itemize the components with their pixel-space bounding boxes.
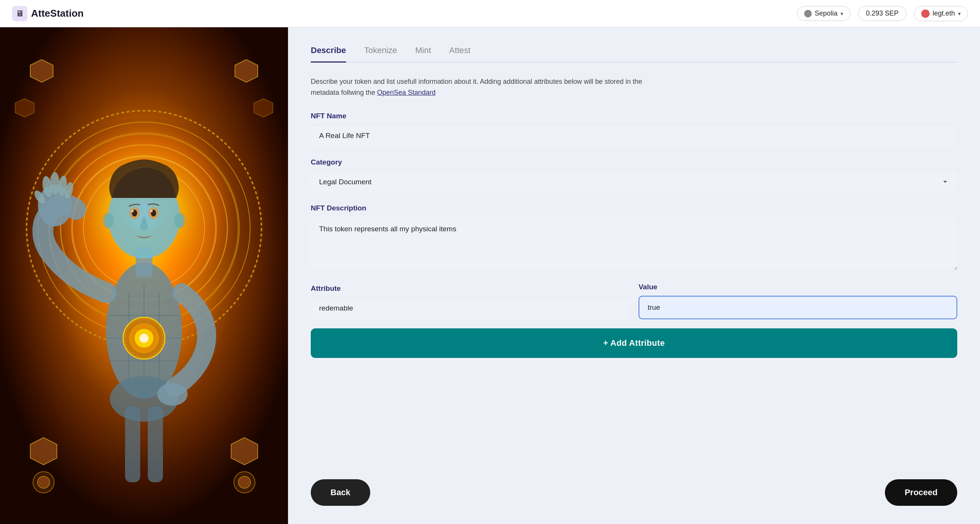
tab-mint[interactable]: Mint <box>415 46 431 62</box>
wallet-selector[interactable]: legt.eth ▾ <box>914 6 968 21</box>
category-label: Category <box>311 158 957 166</box>
network-chevron: ▾ <box>840 11 843 17</box>
svg-point-37 <box>50 172 59 195</box>
proceed-button[interactable]: Proceed <box>885 479 957 506</box>
attribute-label: Attribute <box>311 284 630 293</box>
balance-display: 0.293 SEP <box>858 6 907 21</box>
nft-name-group: NFT Name <box>311 112 957 147</box>
nft-name-input[interactable] <box>311 125 957 147</box>
svg-rect-33 <box>125 406 140 482</box>
nft-image-panel <box>0 27 288 524</box>
value-input[interactable] <box>638 296 957 319</box>
back-button[interactable]: Back <box>311 479 370 506</box>
nft-artwork <box>0 27 288 524</box>
value-label: Value <box>638 283 957 291</box>
wallet-label: legt.eth <box>932 10 955 18</box>
svg-point-17 <box>38 476 49 488</box>
wallet-chevron: ▾ <box>958 11 961 17</box>
svg-point-50 <box>103 213 114 228</box>
nft-description-label: NFT Description <box>311 204 957 212</box>
nft-name-label: NFT Name <box>311 112 957 120</box>
nft-svg <box>0 27 288 524</box>
svg-point-51 <box>174 213 185 228</box>
nft-description-textarea[interactable]: This token represents all my physical it… <box>311 217 957 270</box>
main-content: Describe Tokenize Mint Attest Describe y… <box>0 27 980 524</box>
form-panel: Describe Tokenize Mint Attest Describe y… <box>288 27 980 524</box>
tab-bar: Describe Tokenize Mint Attest <box>311 46 957 62</box>
attribute-group: Attribute <box>311 284 630 319</box>
balance-amount: 0.293 SEP <box>866 10 899 18</box>
header-actions: Sepolia ▾ 0.293 SEP legt.eth ▾ <box>797 6 968 21</box>
svg-point-49 <box>150 210 153 212</box>
network-label: Sepolia <box>815 10 837 18</box>
opensea-standard-link[interactable]: OpenSea Standard <box>377 89 436 96</box>
add-attribute-button[interactable]: + Add Attribute <box>311 328 957 358</box>
svg-point-41 <box>157 383 188 406</box>
svg-point-18 <box>239 476 250 488</box>
header: 🖥 AtteStation Sepolia ▾ 0.293 SEP legt.e… <box>0 0 980 27</box>
category-group: Category Legal Document Art Music Video … <box>311 158 957 193</box>
svg-point-29 <box>140 334 148 343</box>
app-title: AtteStation <box>31 8 84 19</box>
form-description: Describe your token and list usefull inf… <box>311 76 652 98</box>
attribute-row: Attribute Value <box>311 283 957 319</box>
svg-rect-34 <box>148 406 163 482</box>
value-group: Value <box>638 283 957 319</box>
attribute-input[interactable] <box>311 297 630 319</box>
nft-description-group: NFT Description This token represents al… <box>311 204 957 271</box>
logo: 🖥 AtteStation <box>12 6 84 21</box>
network-icon <box>804 10 812 18</box>
bottom-nav: Back Proceed <box>311 471 957 506</box>
tab-tokenize[interactable]: Tokenize <box>364 46 397 62</box>
wallet-avatar-icon <box>921 10 930 18</box>
category-select[interactable]: Legal Document Art Music Video Other <box>311 171 957 193</box>
network-selector[interactable]: Sepolia ▾ <box>797 6 850 21</box>
logo-icon: 🖥 <box>12 6 27 21</box>
tab-describe[interactable]: Describe <box>311 46 346 62</box>
tab-attest[interactable]: Attest <box>449 46 470 62</box>
svg-point-48 <box>132 210 134 212</box>
